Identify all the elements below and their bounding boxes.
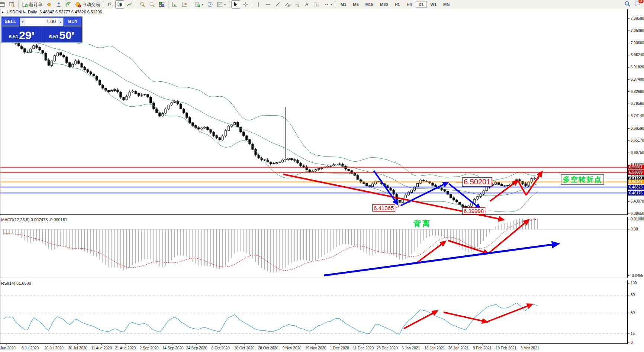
date-tick-label: 28 Jan 2021 [448, 346, 468, 350]
date-tick-label: 16 Oct 2020 [234, 346, 254, 350]
tile-windows-icon[interactable] [157, 0, 166, 9]
toolbar-separator [191, 1, 191, 8]
zoom-out-icon[interactable] [148, 0, 157, 9]
text-label-tool-icon[interactable]: T [312, 0, 321, 9]
auto-trading-button[interactable]: 自动交易 [74, 0, 102, 9]
annotation-resistance-price[interactable]: 6.50201 [462, 177, 492, 187]
dropdown-caret-icon: ▾ [202, 3, 203, 6]
volume-spinner: ▼ 1.00 ▲ [20, 17, 64, 26]
one-click-trading-panel: SELL ▼ 1.00 ▲ BUY 6.51 29 6 6.51 50 8 [1, 16, 83, 43]
notification-badge: 1 [638, 0, 644, 3]
zoom-in-icon[interactable] [138, 0, 147, 9]
svg-text:T: T [315, 3, 318, 7]
timeframe-h4[interactable]: H4 [403, 1, 415, 8]
macd-tick-label: 0.010004 [631, 217, 644, 221]
ask-price-tile[interactable]: 6.51 50 8 [42, 27, 81, 42]
toolbar-grip [335, 1, 336, 7]
price-marker-badge: 6.48323 [628, 185, 644, 190]
arrows-tool-icon[interactable]: ▾ [322, 0, 334, 9]
bid-price-big: 29 [19, 30, 31, 41]
ask-price-small: 6.51 [49, 34, 58, 39]
annotation-low1-price[interactable]: 6.41065 [372, 204, 395, 211]
new-order-button[interactable]: 新订单 [20, 0, 44, 9]
volume-increase-button[interactable]: ▲ [58, 18, 63, 26]
annotation-divergence[interactable]: 背离 [413, 219, 431, 229]
annotation-low2-price[interactable]: 6.39998 [462, 207, 485, 214]
timeframe-m1[interactable]: M1 [338, 1, 349, 8]
ask-price-big: 50 [59, 30, 71, 41]
date-tick-label: 19 Nov 2020 [305, 346, 326, 350]
signals-icon[interactable] [64, 0, 73, 9]
price-tick-label: 6.60750 [631, 151, 644, 155]
bid-price-tile[interactable]: 6.51 29 6 [2, 27, 41, 42]
toolbar: 新订单 自动交易 ▾ ▾ [0, 0, 644, 9]
price-marker-badge: 6.53689 [628, 170, 644, 175]
date-tick-label: 28 Oct 2020 [258, 346, 278, 350]
timeframe-d1[interactable]: D1 [416, 1, 427, 8]
symbol-period-label: USDCNH-, Daily [7, 10, 37, 14]
rsi-tick-label: 15 [631, 332, 635, 336]
trendline-tool-icon[interactable] [273, 0, 282, 9]
chart-shift-icon[interactable] [180, 0, 189, 9]
date-tick-label: 24 Sep 2020 [186, 346, 207, 350]
volume-decrease-button[interactable]: ▼ [20, 18, 25, 26]
clock-icon[interactable] [206, 0, 215, 9]
date-tick-label: 18 Jan 2021 [424, 346, 445, 350]
market-watch-icon[interactable] [45, 0, 54, 9]
date-tick-label: 11 Aug 2020 [91, 346, 112, 350]
date-tick-label: 9 Feb 2021 [473, 346, 492, 350]
auto-trading-label: 自动交易 [82, 1, 100, 8]
mql5-community-icon[interactable] [54, 0, 63, 9]
fibonacci-tool-icon[interactable]: F [293, 0, 302, 9]
price-tick-label: 6.82980 [631, 90, 644, 94]
date-tick-label: 8 Jul 2020 [22, 346, 39, 350]
annotation-turning-point[interactable]: 多空转折点 [561, 174, 604, 185]
chart-window-icon[interactable] [0, 0, 7, 9]
volume-value[interactable]: 1.00 [25, 18, 58, 26]
timeframe-w1[interactable]: W1 [428, 1, 440, 8]
bid-price-small: 6.51 [9, 34, 18, 39]
timeframe-h1[interactable]: H1 [392, 1, 403, 8]
price-marker-badge: 6.50201 [628, 180, 644, 184]
date-tick-label: 2 Sep 2020 [139, 346, 158, 350]
rsi-tick-label: 100 [631, 281, 637, 285]
search-icon[interactable] [624, 1, 631, 9]
timeframe-m15[interactable]: M15 [363, 1, 376, 8]
collapse-triangle-icon[interactable]: ▲ [1, 10, 4, 14]
line-chart-icon[interactable] [125, 0, 134, 9]
date-tick-label: 3 Mar 2021 [521, 346, 540, 350]
price-tick-label: 6.74140 [631, 114, 644, 118]
rsi-tick-label: 80 [631, 293, 635, 297]
price-tick-label: 6.78560 [631, 101, 644, 106]
date-tick-label: 1 Dec 2020 [330, 346, 349, 350]
macd-tick-label: -0.045577 [631, 274, 644, 278]
macd-label: MACD(12,26,9) 0.007478 -0.000161 [1, 217, 67, 222]
candlestick-chart-icon[interactable] [115, 0, 124, 9]
data-window-icon[interactable] [7, 0, 16, 9]
price-tick-label: 7.00660 [631, 41, 644, 45]
new-chart-icon[interactable]: ▾ [193, 0, 205, 9]
timeframe-m5[interactable]: M5 [350, 1, 361, 8]
timeframe-mn[interactable]: MN [440, 1, 453, 8]
date-tick-label: 21 Aug 2020 [115, 346, 136, 350]
horizontal-line-tool-icon[interactable] [264, 0, 273, 9]
bid-price-sup: 6 [32, 31, 34, 36]
price-tick-label: 6.43070 [631, 199, 644, 203]
timeframe-group: M1M5M15M30H1H4D1W1MN [337, 1, 453, 8]
buy-button[interactable]: BUY [64, 17, 81, 26]
date-tick-label: 9 Nov 2020 [282, 346, 301, 350]
sell-button[interactable]: SELL [2, 17, 19, 26]
chart-canvas[interactable] [0, 0, 644, 352]
notifications-icon[interactable]: 1 [634, 1, 641, 8]
vertical-line-tool-icon[interactable] [254, 0, 263, 9]
crosshair-tool-icon[interactable] [241, 0, 250, 9]
auto-scroll-icon[interactable] [170, 0, 179, 9]
text-tool-icon[interactable]: A [302, 0, 311, 9]
rsi-tick-label: 50 [631, 311, 635, 315]
svg-text:A: A [305, 2, 308, 7]
cursor-tool-icon[interactable] [231, 0, 240, 9]
bar-chart-icon[interactable] [106, 0, 115, 9]
equidistant-channel-tool-icon[interactable]: E [283, 0, 292, 9]
chart-templates-icon[interactable]: ▾ [215, 0, 227, 9]
timeframe-m30[interactable]: M30 [377, 1, 391, 8]
